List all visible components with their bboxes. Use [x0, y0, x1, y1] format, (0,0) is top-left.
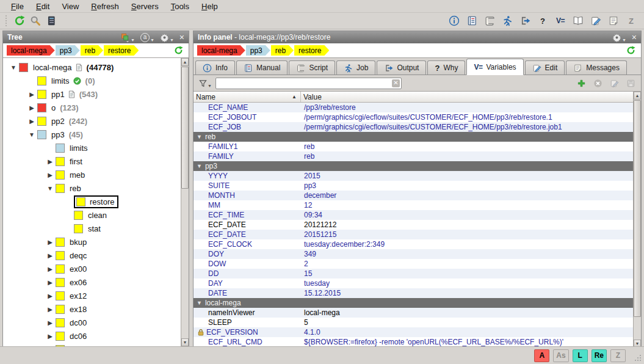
variable-row-FAMILY1[interactable]: FAMILY1reb — [194, 142, 633, 151]
tree-node-dc00[interactable]: ▶dc00 — [3, 316, 181, 329]
variable-group-local-mega[interactable]: ▼local-mega — [194, 298, 633, 308]
status-indicator-A[interactable]: A — [534, 349, 549, 362]
variable-row-FAMILY[interactable]: FAMILYreb — [194, 151, 633, 161]
remove-button[interactable] — [592, 78, 603, 89]
edit-pencil-button[interactable] — [609, 78, 620, 89]
tab-manual[interactable]: Manual — [236, 60, 288, 75]
tree-node-deqc[interactable]: ▶deqc — [3, 249, 181, 262]
scroll-up-arrow-icon[interactable]: ▲ — [181, 58, 189, 66]
tab-why[interactable]: ?Why — [427, 60, 465, 75]
expander-closed-icon[interactable]: ▶ — [45, 293, 56, 299]
variable-row-ECF_JOBOUT[interactable]: ECF_JOBOUT/perm/graphics/cgi/ecflow/suit… — [194, 112, 633, 122]
expander-open-icon[interactable]: ▼ — [26, 131, 37, 138]
variable-row-ECF_DATE[interactable]: ECF_DATE20121212 — [194, 220, 633, 230]
variable-row-ECF_JOB[interactable]: ECF_JOB/perm/graphics/cgi/ecflow/suites/… — [194, 122, 633, 132]
breadcrumb-item-restore[interactable]: restore — [294, 45, 329, 56]
breadcrumb-item-reb[interactable]: reb — [81, 45, 103, 56]
group-collapse-icon[interactable]: ▼ — [197, 300, 202, 306]
variable-row-ECF_URL_CMD[interactable]: ECF_URL_CMD${BROWSER:=firefox} -remote '… — [194, 337, 633, 347]
tree-node-clean[interactable]: clean — [3, 208, 181, 222]
servers-button[interactable] — [45, 14, 58, 27]
tab-variables[interactable]: V=Variables — [466, 59, 523, 75]
variables-scrollbar[interactable]: ▲ ▼ — [633, 92, 641, 348]
variables-scroll-thumb[interactable] — [634, 100, 641, 317]
messages-button[interactable] — [607, 14, 620, 27]
variable-row-YYYY[interactable]: YYYY2015 — [194, 171, 633, 181]
toolbar-handle[interactable] — [5, 15, 10, 26]
layers-button[interactable]: ▼ — [121, 33, 135, 42]
expander-closed-icon[interactable]: ▶ — [45, 252, 56, 259]
tree-node-first[interactable]: ▶first — [3, 155, 181, 168]
status-indicator-As[interactable]: As — [553, 349, 568, 362]
tree-node-pp3[interactable]: ▼pp3(45) — [3, 128, 181, 141]
menu-edit[interactable]: Edit — [30, 1, 56, 12]
status-indicator-Re[interactable]: Re — [592, 349, 607, 362]
save-button[interactable] — [625, 78, 636, 89]
tree-node-ex18[interactable]: ▶ex18 — [3, 302, 181, 316]
tree-node-meb[interactable]: ▶meb — [3, 168, 181, 181]
breadcrumb-item-pp3[interactable]: pp3 — [56, 45, 80, 56]
variable-row-SUITE[interactable]: SUITEpp3 — [194, 181, 633, 191]
clear-input-icon[interactable]: ✕ — [392, 79, 400, 87]
variable-row-SLEEP[interactable]: SLEEP5 — [194, 318, 633, 327]
variable-row-ECF_TIME[interactable]: ECF_TIME09:34 — [194, 210, 633, 220]
tab-messages[interactable]: Messages — [566, 60, 627, 75]
menu-file[interactable]: File — [5, 1, 30, 12]
job-button[interactable] — [501, 14, 514, 27]
tree-scrollbar[interactable]: ▲ ▼ — [181, 58, 189, 346]
tab-script[interactable]: Script — [289, 60, 335, 75]
variable-row-DATE[interactable]: DATE15.12.2015 — [194, 288, 633, 298]
tree-node-ex12[interactable]: ▶ex12 — [3, 289, 181, 302]
tree-node-ex00[interactable]: ▶ex00 — [3, 262, 181, 275]
script-button[interactable] — [483, 14, 496, 27]
attribute-button[interactable]: a▼ — [140, 33, 154, 42]
variables-button[interactable]: V= — [554, 14, 567, 27]
menu-servers[interactable]: Servers — [125, 1, 165, 12]
breadcrumb-item-reb[interactable]: reb — [271, 45, 294, 56]
expander-closed-icon[interactable]: ▶ — [26, 104, 37, 111]
edit-button[interactable] — [589, 14, 602, 27]
info-refresh-button[interactable] — [624, 44, 637, 57]
breadcrumb-item-pp3[interactable]: pp3 — [246, 45, 270, 56]
book-button[interactable] — [571, 14, 585, 27]
search-button[interactable] — [29, 14, 42, 27]
column-header-value[interactable]: Value — [301, 92, 633, 102]
expander-open-icon[interactable]: ▼ — [8, 64, 19, 71]
tree-node-dc06[interactable]: ▶dc06 — [3, 329, 181, 343]
variable-row-DD[interactable]: DD15 — [194, 269, 633, 278]
menu-view[interactable]: View — [56, 1, 85, 12]
variables-scroll-track[interactable] — [634, 100, 641, 340]
tree-scroll-thumb[interactable] — [181, 67, 189, 189]
menu-help[interactable]: Help — [195, 1, 224, 12]
group-collapse-icon[interactable]: ▼ — [197, 163, 202, 169]
status-indicator-Z[interactable]: Z — [610, 349, 626, 362]
tree-node-o[interactable]: ▶o(123) — [3, 101, 181, 114]
resize-grip[interactable] — [634, 354, 642, 362]
variable-row-DOW[interactable]: DOW2 — [194, 259, 633, 269]
info-button[interactable] — [447, 14, 461, 27]
tree-node-limits[interactable]: limits — [3, 141, 181, 155]
add-button[interactable] — [576, 78, 587, 89]
variable-row-ECF_CLOCK[interactable]: ECF_CLOCKtuesday:december:2:349 — [194, 239, 633, 249]
refresh-button[interactable] — [13, 14, 26, 27]
scroll-up-arrow-icon[interactable]: ▲ — [634, 92, 641, 100]
gear-button[interactable]: ▼ — [160, 33, 174, 42]
variable-row-DAY[interactable]: DAYtuesday — [194, 278, 633, 288]
expander-closed-icon[interactable]: ▶ — [45, 172, 56, 178]
variable-row-ECF_DATE[interactable]: ECF_DATE20151215 — [194, 230, 633, 239]
breadcrumb-item-restore[interactable]: restore — [104, 45, 139, 56]
column-header-name[interactable]: Name ▲ — [194, 92, 301, 102]
variable-row-MM[interactable]: MM12 — [194, 200, 633, 210]
tree-node-restore[interactable]: restore — [3, 195, 181, 208]
close-button[interactable]: × — [632, 34, 637, 42]
menu-refresh[interactable]: Refresh — [85, 1, 125, 12]
zombies-button[interactable]: Z — [624, 14, 638, 27]
filter-menu-button[interactable]: ▼ — [198, 79, 212, 88]
manual-button[interactable] — [465, 14, 479, 27]
tab-edit[interactable]: Edit — [525, 60, 565, 75]
expander-closed-icon[interactable]: ▶ — [45, 279, 56, 286]
menu-tools[interactable]: Tools — [165, 1, 195, 12]
variable-row-MONTH[interactable]: MONTHdecember — [194, 191, 633, 200]
tree-node-bkup[interactable]: ▶bkup — [3, 235, 181, 249]
output-button[interactable] — [518, 14, 532, 27]
